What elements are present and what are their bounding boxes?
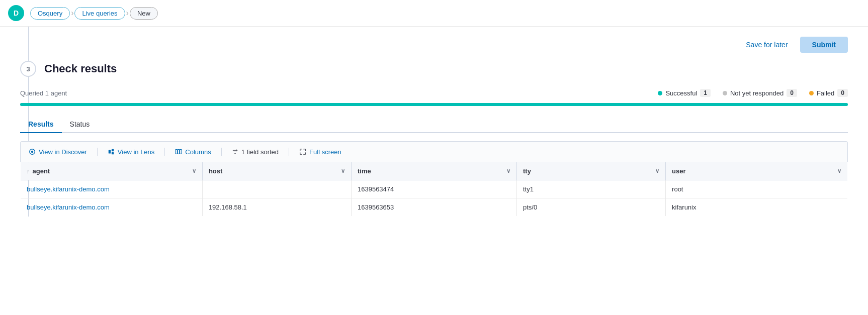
avatar: D bbox=[8, 5, 24, 21]
results-table: ↑ agent ∨ host ∨ bbox=[20, 162, 848, 217]
full-screen-icon bbox=[299, 148, 306, 155]
cell-time-1: 1639563474 bbox=[351, 180, 516, 198]
stats-right: Successful 1 Not yet responded 0 Failed … bbox=[658, 89, 848, 97]
breadcrumb-new: New bbox=[130, 7, 158, 20]
table-row: bullseye.kifarunix-demo.com 1639563474 t… bbox=[21, 180, 848, 198]
svg-rect-3 bbox=[112, 149, 114, 151]
progress-bar-fill bbox=[20, 103, 848, 106]
content-wrapper: 3 Check results Queried 1 agent Successf… bbox=[20, 61, 848, 217]
toolbar-divider-4 bbox=[289, 148, 289, 156]
discover-icon bbox=[29, 148, 36, 155]
toolbar-divider-1 bbox=[97, 148, 98, 156]
cell-user-1: root bbox=[666, 180, 848, 198]
chevron-down-icon-host: ∨ bbox=[341, 168, 345, 174]
queried-label: Queried 1 agent bbox=[20, 89, 67, 97]
breadcrumb-arrow-1: › bbox=[71, 9, 73, 18]
view-in-discover-button[interactable]: View in Discover bbox=[29, 148, 87, 156]
submit-button[interactable]: Submit bbox=[800, 37, 848, 53]
sort-icon bbox=[232, 149, 238, 155]
cell-agent-2: bullseye.kifarunix-demo.com bbox=[21, 198, 203, 217]
tab-status[interactable]: Status bbox=[62, 116, 98, 133]
sorted-label[interactable]: 1 field sorted bbox=[232, 148, 279, 156]
cell-host-1 bbox=[202, 180, 351, 198]
dot-orange-icon bbox=[809, 91, 814, 95]
cell-tty-2: pts/0 bbox=[516, 198, 665, 217]
columns-button[interactable]: Columns bbox=[175, 148, 211, 156]
svg-rect-2 bbox=[109, 150, 111, 154]
cell-user-2: kifarunix bbox=[666, 198, 848, 217]
th-time[interactable]: time ∨ bbox=[351, 162, 516, 180]
page-title: Check results bbox=[44, 62, 117, 75]
dot-gray-icon bbox=[723, 91, 727, 95]
svg-rect-6 bbox=[178, 150, 180, 154]
svg-point-1 bbox=[31, 151, 33, 153]
stat-not-responded: Not yet responded 0 bbox=[723, 89, 797, 97]
step-circle: 3 bbox=[20, 61, 36, 77]
columns-icon bbox=[175, 148, 182, 155]
agent-link-1[interactable]: bullseye.kifarunix-demo.com bbox=[27, 185, 110, 193]
chevron-down-icon: ∨ bbox=[192, 168, 196, 174]
svg-rect-7 bbox=[180, 150, 182, 154]
cell-agent-1: bullseye.kifarunix-demo.com bbox=[21, 180, 203, 198]
full-screen-button[interactable]: Full screen bbox=[299, 148, 341, 156]
breadcrumb-live-queries[interactable]: Live queries bbox=[74, 7, 125, 20]
breadcrumb-arrow-2: › bbox=[126, 9, 129, 18]
stat-successful: Successful 1 bbox=[658, 89, 711, 97]
chevron-down-icon-time: ∨ bbox=[506, 168, 510, 174]
table-toolbar: View in Discover View in Lens Columns bbox=[20, 141, 848, 162]
th-host[interactable]: host ∨ bbox=[202, 162, 351, 180]
stat-failed: Failed 0 bbox=[809, 89, 848, 97]
chevron-down-icon-user: ∨ bbox=[837, 168, 841, 174]
table-body: bullseye.kifarunix-demo.com 1639563474 t… bbox=[21, 180, 848, 217]
progress-bar-container bbox=[20, 103, 848, 106]
sort-asc-icon: ↑ bbox=[27, 168, 30, 174]
toolbar-divider-3 bbox=[221, 148, 222, 156]
section-header: 3 Check results bbox=[20, 61, 848, 77]
top-nav: D Osquery › Live queries › New bbox=[0, 0, 868, 27]
breadcrumb-osquery[interactable]: Osquery bbox=[30, 7, 70, 20]
svg-rect-5 bbox=[176, 150, 178, 154]
top-actions: Save for later Submit bbox=[20, 27, 848, 61]
main-content: Save for later Submit 3 Check results Qu… bbox=[0, 27, 868, 217]
table-header: ↑ agent ∨ host ∨ bbox=[21, 162, 848, 180]
th-tty[interactable]: tty ∨ bbox=[516, 162, 665, 180]
view-in-lens-button[interactable]: View in Lens bbox=[108, 148, 154, 156]
cell-tty-1: tty1 bbox=[516, 180, 665, 198]
agent-link-2[interactable]: bullseye.kifarunix-demo.com bbox=[27, 203, 110, 211]
chevron-down-icon-tty: ∨ bbox=[655, 168, 659, 174]
toolbar-divider-2 bbox=[164, 148, 165, 156]
stats-row: Queried 1 agent Successful 1 Not yet res… bbox=[20, 89, 848, 97]
save-for-later-button[interactable]: Save for later bbox=[740, 37, 794, 53]
th-user[interactable]: user ∨ bbox=[666, 162, 848, 180]
svg-rect-4 bbox=[112, 152, 114, 154]
cell-host-2: 192.168.58.1 bbox=[202, 198, 351, 217]
cell-time-2: 1639563653 bbox=[351, 198, 516, 217]
lens-icon bbox=[108, 148, 115, 155]
dot-green-icon bbox=[658, 91, 662, 95]
th-agent[interactable]: ↑ agent ∨ bbox=[21, 162, 203, 180]
tabs: Results Status bbox=[20, 116, 848, 133]
table-row: bullseye.kifarunix-demo.com 192.168.58.1… bbox=[21, 198, 848, 217]
breadcrumb: Osquery › Live queries › New bbox=[30, 7, 158, 20]
tab-results[interactable]: Results bbox=[20, 116, 62, 133]
